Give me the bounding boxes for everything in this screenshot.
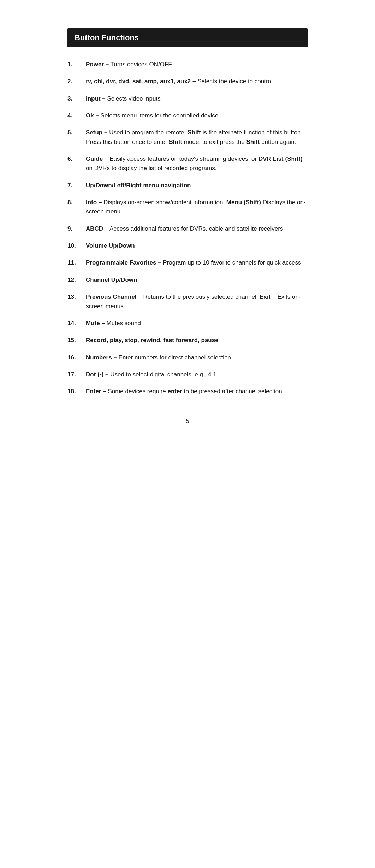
item-content: Info – Displays on-screen show/content i… xyxy=(86,198,308,217)
item-text: Easily access features on today's stream… xyxy=(108,156,258,162)
item-number: 17. xyxy=(67,370,86,379)
item-bold: Shift xyxy=(169,139,182,145)
item-label: Channel Up/Down xyxy=(86,277,137,283)
item-number: 9. xyxy=(67,224,86,233)
item-content: Guide – Easily access features on today'… xyxy=(86,154,308,173)
item-bold: Menu (Shift) xyxy=(226,199,261,206)
item-number: 16. xyxy=(67,353,86,362)
item-text: Used to select digital channels, e.g., 4… xyxy=(109,371,216,378)
item-label: Power – xyxy=(86,61,109,68)
item-number: 6. xyxy=(67,154,86,173)
item-label: Record, play, stop, rewind, fast forward… xyxy=(86,337,219,344)
item-text: Access additional features for DVRs, cab… xyxy=(108,225,283,232)
corner-tr xyxy=(361,4,371,14)
list-item: 2. tv, cbl, dvr, dvd, sat, amp, aux1, au… xyxy=(67,77,308,86)
item-content: Power – Turns devices ON/OFF xyxy=(86,60,308,69)
item-content: Programmable Favorites – Program up to 1… xyxy=(86,258,308,267)
list-item: 6. Guide – Easily access features on tod… xyxy=(67,154,308,173)
list-item: 13. Previous Channel – Returns to the pr… xyxy=(67,292,308,311)
item-number: 15. xyxy=(67,336,86,345)
corner-br xyxy=(361,854,371,864)
item-number: 8. xyxy=(67,198,86,217)
item-number: 3. xyxy=(67,94,86,103)
item-content: Setup – Used to program the remote, Shif… xyxy=(86,128,308,147)
item-content: Input – Selects video inputs xyxy=(86,94,308,103)
item-content: Volume Up/Down xyxy=(86,241,308,250)
item-number: 11. xyxy=(67,258,86,267)
item-content: Channel Up/Down xyxy=(86,275,308,285)
item-content: Ok – Selects menu items for the controll… xyxy=(86,111,308,120)
item-number: 5. xyxy=(67,128,86,147)
item-number: 14. xyxy=(67,319,86,328)
list-item: 4. Ok – Selects menu items for the contr… xyxy=(67,111,308,120)
item-label: Input – xyxy=(86,95,106,102)
list-item: 15. Record, play, stop, rewind, fast for… xyxy=(67,336,308,345)
item-label: Volume Up/Down xyxy=(86,242,135,249)
item-label: Ok – xyxy=(86,112,99,119)
item-text: on DVRs to display the list of recorded … xyxy=(86,165,216,171)
page-number: 5 xyxy=(67,418,308,425)
item-text: to be pressed after channel selection xyxy=(182,388,282,395)
item-number: 13. xyxy=(67,292,86,311)
item-label: Enter – xyxy=(86,388,106,395)
item-label: Dot (•) – xyxy=(86,371,109,378)
item-label: Up/Down/Left/Right menu navigation xyxy=(86,182,191,189)
corner-bl xyxy=(4,854,14,864)
item-content: Dot (•) – Used to select digital channel… xyxy=(86,370,308,379)
item-content: Record, play, stop, rewind, fast forward… xyxy=(86,336,308,345)
item-content: Enter – Some devices require enter to be… xyxy=(86,387,308,396)
item-number: 10. xyxy=(67,241,86,250)
item-text: Used to program the remote, xyxy=(107,129,188,136)
item-label: Info – xyxy=(86,199,102,206)
list-item: 14. Mute – Mutes sound xyxy=(67,319,308,328)
list-item: 18. Enter – Some devices require enter t… xyxy=(67,387,308,396)
button-functions-list: 1. Power – Turns devices ON/OFF 2. tv, c… xyxy=(67,60,308,396)
item-text: Selects video inputs xyxy=(106,95,161,102)
page-container: Button Functions 1. Power – Turns device… xyxy=(0,0,375,868)
item-number: 12. xyxy=(67,275,86,285)
list-item: 3. Input – Selects video inputs xyxy=(67,94,308,103)
list-item: 8. Info – Displays on-screen show/conten… xyxy=(67,198,308,217)
item-label: tv, cbl, dvr, dvd, sat, amp, aux1, aux2 … xyxy=(86,78,196,85)
item-label: Previous Channel – xyxy=(86,293,142,300)
item-bold: enter xyxy=(168,388,183,395)
item-bold: Shift xyxy=(246,139,260,145)
item-label: Guide – xyxy=(86,156,108,162)
item-text: Turns devices ON/OFF xyxy=(109,61,172,68)
list-item: 1. Power – Turns devices ON/OFF xyxy=(67,60,308,69)
item-number: 1. xyxy=(67,60,86,69)
item-label: ABCD – xyxy=(86,225,108,232)
item-content: ABCD – Access additional features for DV… xyxy=(86,224,308,233)
item-text: button again. xyxy=(260,139,296,145)
item-label: Programmable Favorites – xyxy=(86,259,161,266)
item-label: Mute – xyxy=(86,320,105,327)
item-text: Selects menu items for the controlled de… xyxy=(99,112,218,119)
section-title: Button Functions xyxy=(75,33,139,42)
item-number: 4. xyxy=(67,111,86,120)
item-label: Numbers – xyxy=(86,354,117,361)
item-text: mode, to exit press the xyxy=(182,139,246,145)
item-text: Some devices require xyxy=(106,388,168,395)
main-content: Button Functions 1. Power – Turns device… xyxy=(67,21,308,432)
item-text: Displays on-screen show/content informat… xyxy=(102,199,226,206)
item-label: Setup – xyxy=(86,129,107,136)
item-number: 18. xyxy=(67,387,86,396)
item-content: Previous Channel – Returns to the previo… xyxy=(86,292,308,311)
corner-tl xyxy=(4,4,14,14)
item-text: Enter numbers for direct channel selecti… xyxy=(117,354,231,361)
list-item: 17. Dot (•) – Used to select digital cha… xyxy=(67,370,308,379)
list-item: 11. Programmable Favorites – Program up … xyxy=(67,258,308,267)
item-number: 7. xyxy=(67,181,86,190)
item-text: Program up to 10 favorite channels for q… xyxy=(161,259,301,266)
item-content: Up/Down/Left/Right menu navigation xyxy=(86,181,308,190)
section-header: Button Functions xyxy=(67,28,308,47)
list-item: 12. Channel Up/Down xyxy=(67,275,308,285)
item-number: 2. xyxy=(67,77,86,86)
list-item: 10. Volume Up/Down xyxy=(67,241,308,250)
list-item: 16. Numbers – Enter numbers for direct c… xyxy=(67,353,308,362)
item-bold: DVR List (Shift) xyxy=(258,156,303,162)
item-bold: Shift xyxy=(188,129,201,136)
item-text: Returns to the previously selected chann… xyxy=(142,293,260,300)
item-content: Mute – Mutes sound xyxy=(86,319,308,328)
list-item: 9. ABCD – Access additional features for… xyxy=(67,224,308,233)
